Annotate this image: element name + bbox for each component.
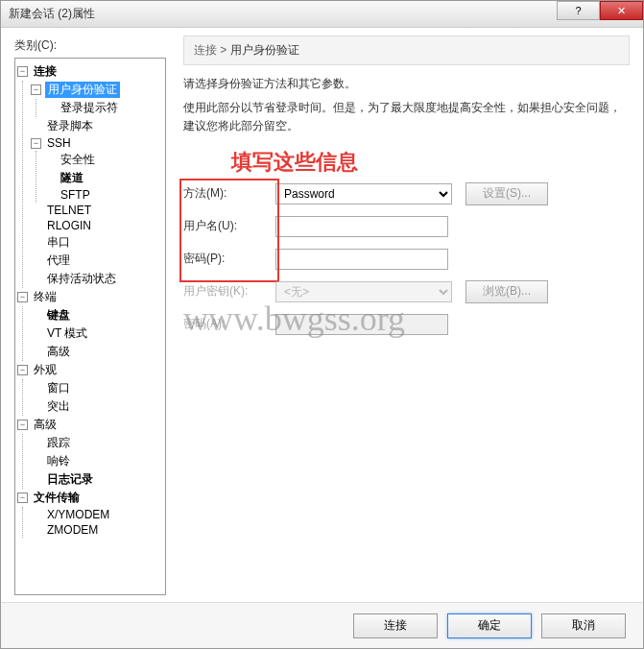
collapse-icon[interactable]: −	[17, 66, 28, 77]
tree-node-zmodem[interactable]: ZMODEM	[31, 522, 163, 538]
breadcrumb-current: 用户身份验证	[230, 43, 299, 57]
tree-node-trace[interactable]: 跟踪	[31, 434, 163, 452]
tree-node-auth[interactable]: − 用户身份验证	[31, 81, 163, 99]
content-area: 类别(C): − 连接 − 用户身份验证 登录提示符 登录脚本	[1, 28, 643, 600]
annotation-text: 填写这些信息	[231, 148, 630, 177]
tree-node-highlight[interactable]: 突出	[31, 397, 163, 416]
row-pass2: 密码(A):	[183, 313, 630, 336]
pass2-label: 密码(A):	[183, 316, 275, 332]
dialog-window: 新建会话 (2)属性 ? ✕ 类别(C): − 连接 − 用户身份验证	[0, 0, 644, 649]
tree-node-tunnel[interactable]: 隧道	[44, 169, 163, 187]
collapse-icon[interactable]: −	[31, 84, 41, 95]
description-2: 使用此部分以节省登录时间。但是，为了最大限度地提高安全性，如果担心安全问题，建议…	[183, 99, 630, 135]
tree-node-term-adv[interactable]: 高级	[31, 343, 163, 361]
breadcrumb-root: 连接	[194, 43, 217, 57]
tree-node-transfer[interactable]: − 文件传输	[17, 489, 163, 507]
window-title: 新建会话 (2)属性	[9, 6, 95, 22]
right-panel: 连接 > 用户身份验证 请选择身份验证方法和其它参数。 使用此部分以节省登录时间…	[170, 28, 643, 600]
breadcrumb: 连接 > 用户身份验证	[183, 36, 630, 65]
collapse-icon[interactable]: −	[17, 420, 28, 430]
category-label: 类别(C):	[14, 37, 166, 54]
form-area: 方法(M): Password 设置(S)... 用户名(U): 密码(P): …	[183, 182, 630, 336]
row-method: 方法(M): Password 设置(S)...	[183, 182, 630, 205]
tree-node-login-prompt[interactable]: 登录提示符	[44, 99, 163, 117]
tree-node-window[interactable]: 窗口	[31, 379, 163, 397]
row-username: 用户名(U):	[183, 215, 630, 238]
pass2-input	[275, 314, 448, 335]
tree-node-terminal[interactable]: − 终端	[17, 288, 163, 306]
tree-node-bell[interactable]: 响铃	[31, 452, 163, 470]
password-label: 密码(P):	[183, 251, 275, 267]
left-panel: 类别(C): − 连接 − 用户身份验证 登录提示符 登录脚本	[1, 28, 170, 600]
tree-node-appearance[interactable]: − 外观	[17, 361, 163, 379]
breadcrumb-sep: >	[220, 43, 227, 57]
ok-button[interactable]: 确定	[447, 613, 532, 638]
window-buttons: ? ✕	[557, 1, 643, 20]
tree-node-serial[interactable]: 串口	[31, 233, 163, 252]
tree-node-ssh[interactable]: − SSH	[31, 135, 163, 151]
tree-node-connection[interactable]: − 连接	[17, 62, 163, 81]
browse-button[interactable]: 浏览(B)...	[465, 280, 548, 303]
tree-node-vt[interactable]: VT 模式	[31, 324, 163, 343]
userkey-select: <无>	[275, 281, 452, 302]
settings-button[interactable]: 设置(S)...	[465, 182, 548, 205]
userkey-label: 用户密钥(K):	[183, 283, 275, 300]
collapse-icon[interactable]: −	[17, 493, 28, 503]
category-tree[interactable]: − 连接 − 用户身份验证 登录提示符 登录脚本 − SSH	[14, 58, 166, 595]
tree-node-telnet[interactable]: TELNET	[31, 203, 163, 218]
description-1: 请选择身份验证方法和其它参数。	[183, 75, 630, 93]
help-button[interactable]: ?	[557, 1, 600, 20]
row-userkey: 用户密钥(K): <无> 浏览(B)...	[183, 280, 630, 303]
collapse-icon[interactable]: −	[17, 292, 28, 302]
row-password: 密码(P):	[183, 248, 630, 271]
method-label: 方法(M):	[183, 185, 275, 202]
tree-node-advanced[interactable]: − 高级	[17, 416, 163, 434]
tree-node-keepalive[interactable]: 保持活动状态	[31, 270, 163, 288]
footer: 连接 确定 取消	[1, 602, 643, 648]
connect-button[interactable]: 连接	[353, 613, 438, 638]
username-input[interactable]	[275, 216, 448, 237]
tree-node-keyboard[interactable]: 键盘	[31, 306, 163, 324]
titlebar: 新建会话 (2)属性 ? ✕	[1, 1, 643, 28]
close-button[interactable]: ✕	[600, 1, 643, 20]
password-input[interactable]	[275, 249, 448, 270]
tree-node-xymodem[interactable]: X/YMODEM	[31, 507, 163, 522]
tree-node-security[interactable]: 安全性	[44, 151, 163, 169]
tree-node-log[interactable]: 日志记录	[31, 470, 163, 489]
tree-node-login-script[interactable]: 登录脚本	[31, 117, 163, 135]
tree-node-sftp[interactable]: SFTP	[44, 187, 163, 203]
collapse-icon[interactable]: −	[17, 365, 28, 375]
cancel-button[interactable]: 取消	[541, 613, 626, 638]
collapse-icon[interactable]: −	[31, 138, 41, 149]
tree-node-proxy[interactable]: 代理	[31, 252, 163, 270]
username-label: 用户名(U):	[183, 218, 275, 234]
tree-node-rlogin[interactable]: RLOGIN	[31, 218, 163, 233]
method-select[interactable]: Password	[275, 183, 452, 204]
